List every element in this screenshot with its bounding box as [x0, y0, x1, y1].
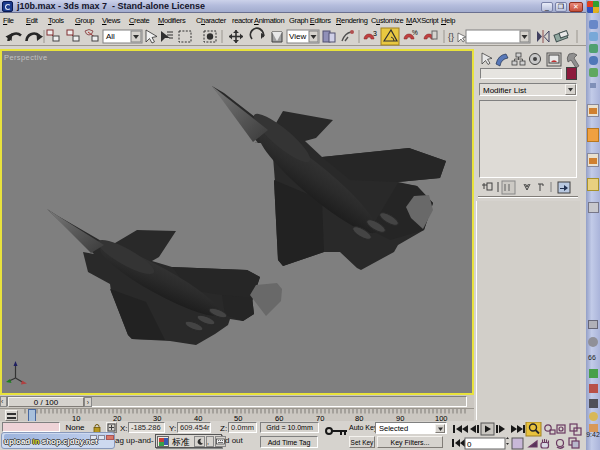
svg-text:All: All — [106, 32, 115, 41]
svg-text:{}: {} — [448, 32, 454, 42]
svg-text:View: View — [289, 32, 306, 41]
svg-text:%: % — [412, 29, 418, 36]
svg-text:3: 3 — [373, 30, 377, 37]
svg-text:0: 0 — [467, 440, 472, 449]
